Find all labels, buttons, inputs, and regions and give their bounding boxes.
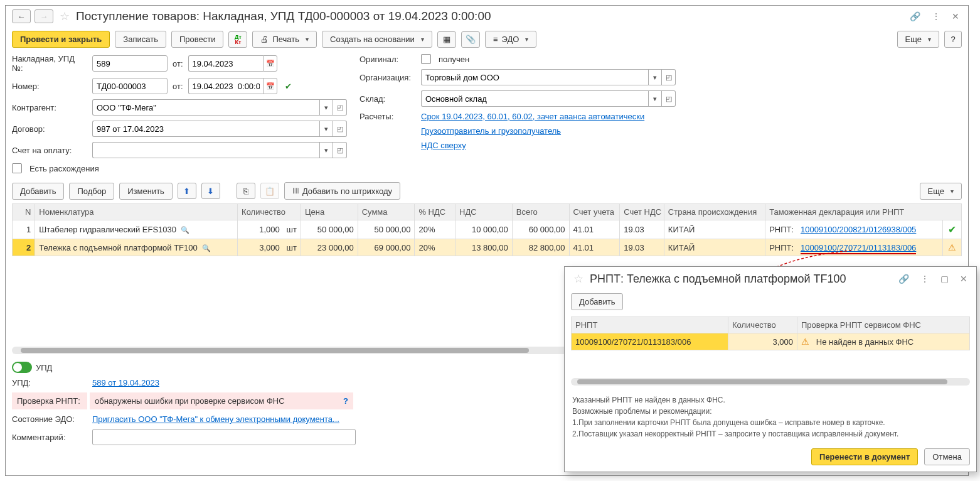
invoice-date-input[interactable] <box>188 55 264 72</box>
popup-link-icon[interactable]: 🔗 <box>896 273 912 285</box>
post-and-close-button[interactable]: Провести и закрыть <box>12 31 110 48</box>
org-dropdown[interactable]: ▾ <box>648 69 662 85</box>
received-checkbox[interactable] <box>421 54 431 64</box>
help-icon[interactable]: ? <box>343 396 348 406</box>
rnpt-popup: ☆ РНПТ: Тележка с подъемной платформой T… <box>564 266 977 472</box>
contract-input[interactable] <box>92 121 319 137</box>
col-qty: Количество <box>238 204 301 220</box>
popup-title: РНПТ: Тележка с подъемной платформой TF1… <box>590 273 892 286</box>
items-table: N Номенклатура Количество Цена Сумма % Н… <box>12 203 962 256</box>
popup-close-icon[interactable]: ✕ <box>957 273 970 285</box>
col-sum: Сумма <box>358 204 415 220</box>
edo-state-link[interactable]: Пригласить ООО "ТФ-Мега" к обмену электр… <box>92 414 339 424</box>
prow-status: ⚠ Не найден в данных ФНС <box>797 333 970 350</box>
edit-button[interactable]: Изменить <box>119 183 173 200</box>
kebab-icon[interactable]: ⋮ <box>929 10 943 23</box>
more-button[interactable]: Еще <box>897 31 939 48</box>
org-label: Организация: <box>360 73 416 82</box>
structure-button[interactable]: ▦ <box>437 31 456 48</box>
rnpt-check-alert: обнаружены ошибки при проверке сервисом … <box>90 392 353 409</box>
create-based-on-button[interactable]: Создать на основании <box>322 31 432 48</box>
from-label-2: от: <box>173 82 183 91</box>
warehouse-input[interactable] <box>421 90 648 107</box>
edo-icon: ≡ <box>493 35 498 44</box>
contract-open[interactable]: ◰ <box>333 121 347 137</box>
upd-toggle[interactable]: УПД <box>12 362 52 373</box>
warning-icon: ⚠ <box>801 337 809 347</box>
close-icon[interactable]: ✕ <box>949 10 962 23</box>
table-row[interactable]: 1Штабелер гидравлический EFS1030 🔍1,000 … <box>13 220 962 239</box>
counterparty-input[interactable] <box>92 99 319 116</box>
calc-link[interactable]: Срок 19.04.2023, 60.01, 60.02, зачет ава… <box>421 112 644 121</box>
nav-back-button[interactable]: ← <box>12 9 31 23</box>
contract-dropdown[interactable]: ▾ <box>319 121 333 137</box>
print-button[interactable]: 🖨 Печать <box>252 31 317 48</box>
warehouse-open[interactable]: ◰ <box>662 90 676 107</box>
rnpt-link[interactable]: 10009100/270721/0113183/006 <box>801 243 916 254</box>
warehouse-label: Склад: <box>360 94 416 104</box>
dt-kt-button[interactable]: ДтКт <box>228 31 247 48</box>
popup-add-button[interactable]: Добавить <box>571 293 623 310</box>
table-row[interactable]: 2Тележка с подъемной платформой TF100 🔍3… <box>13 239 962 256</box>
lens-icon[interactable]: 🔍 <box>181 226 189 234</box>
popup-maximize-icon[interactable]: ▢ <box>938 273 951 285</box>
edo-button[interactable]: ≡ ЭДО <box>485 31 536 48</box>
barcode-icon: ⦀⦀ <box>292 186 299 196</box>
add-by-barcode-button[interactable]: ⦀⦀ Добавить по штрихкоду <box>284 182 400 200</box>
popup-h-scrollbar[interactable] <box>571 378 970 386</box>
copy-button[interactable]: ⎘ <box>237 183 255 199</box>
rnpt-link[interactable]: 10009100/200821/0126938/005 <box>801 225 916 234</box>
link-icon[interactable]: 🔗 <box>907 10 923 23</box>
discrepancy-checkbox[interactable] <box>12 163 22 173</box>
popup-kebab-icon[interactable]: ⋮ <box>918 273 932 285</box>
help-button[interactable]: ? <box>944 31 962 48</box>
lens-icon[interactable]: 🔍 <box>202 244 211 252</box>
cancel-button[interactable]: Отмена <box>924 448 970 465</box>
warning-icon: ⚠ <box>948 242 956 252</box>
vat-mode-link[interactable]: НДС сверху <box>421 141 466 150</box>
shipper-link[interactable]: Грузоотправитель и грузополучатель <box>421 126 561 136</box>
pcol-check: Проверка РНПТ сервисом ФНС <box>797 317 970 333</box>
counterparty-open[interactable]: ◰ <box>333 99 347 116</box>
number-date-input[interactable] <box>188 78 264 94</box>
invoice-no-input[interactable] <box>92 55 168 72</box>
rnpt-check-label: Проверка РНПТ: <box>12 392 87 409</box>
org-input[interactable] <box>421 69 648 85</box>
transfer-button[interactable]: Перенести в документ <box>811 448 918 465</box>
payinvoice-open[interactable]: ◰ <box>333 142 347 158</box>
popup-table-row[interactable]: 10009100/270721/0113183/006 3,000 ⚠ Не н… <box>572 333 970 350</box>
calendar-icon-2[interactable]: 📅 <box>264 78 277 94</box>
payinvoice-dropdown[interactable]: ▾ <box>319 142 333 158</box>
nav-forward-button[interactable]: → <box>35 9 53 23</box>
comment-label: Комментарий: <box>12 433 87 442</box>
move-down-button[interactable]: ⬇ <box>201 183 220 199</box>
popup-star-icon[interactable]: ☆ <box>573 272 583 286</box>
table-header-row: N Номенклатура Количество Цена Сумма % Н… <box>13 204 962 220</box>
number-input[interactable] <box>92 78 168 94</box>
org-open[interactable]: ◰ <box>662 69 676 85</box>
comment-input[interactable] <box>92 429 356 445</box>
attach-button[interactable]: 📎 <box>461 31 480 48</box>
col-vatpct: % НДС <box>415 204 455 220</box>
post-button[interactable]: Провести <box>171 31 224 48</box>
upd-link[interactable]: 589 от 19.04.2023 <box>92 378 159 387</box>
favorite-star-icon[interactable]: ☆ <box>60 9 70 23</box>
table-more-button[interactable]: Еще <box>920 183 962 200</box>
payinvoice-input[interactable] <box>92 142 319 158</box>
calendar-icon[interactable]: 📅 <box>264 55 277 72</box>
save-button[interactable]: Записать <box>115 31 166 48</box>
counterparty-label: Контрагент: <box>12 103 87 112</box>
warehouse-dropdown[interactable]: ▾ <box>648 90 662 107</box>
edo-state-label: Состояние ЭДО: <box>12 414 87 424</box>
col-price: Цена <box>301 204 358 220</box>
main-window: ← → ☆ Поступление товаров: Накладная, УП… <box>5 5 969 476</box>
pick-button[interactable]: Подбор <box>69 183 114 200</box>
main-toolbar: Провести и закрыть Записать Провести ДтК… <box>6 27 968 51</box>
discrepancy-label: Есть расхождения <box>29 164 99 173</box>
col-customs: Таможенная декларация или РНПТ <box>765 204 962 220</box>
add-row-button[interactable]: Добавить <box>12 183 64 200</box>
pcol-qty: Количество <box>728 317 797 333</box>
counterparty-dropdown[interactable]: ▾ <box>319 99 333 116</box>
move-up-button[interactable]: ⬆ <box>178 183 196 199</box>
paste-button[interactable]: 📋 <box>260 183 279 199</box>
